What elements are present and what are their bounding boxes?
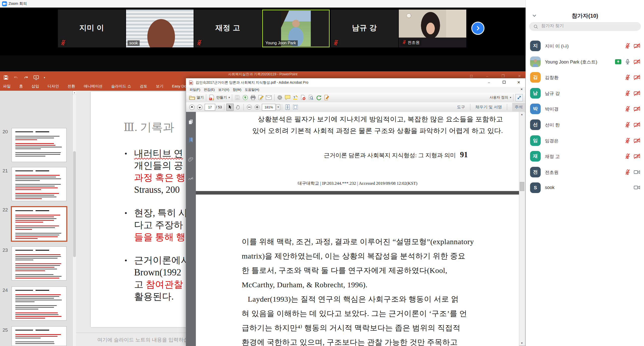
start-slideshow-icon[interactable] <box>34 75 39 80</box>
create-button-label[interactable]: 만들기 <box>216 95 227 100</box>
video-tile-남규-강[interactable]: 남규 강 <box>331 10 398 47</box>
participant-row[interactable]: Ssook <box>526 182 644 197</box>
slide-thumbnail-25[interactable] <box>12 326 67 346</box>
create-caret-icon[interactable]: ▼ <box>228 96 230 99</box>
participant-row[interactable]: 지지미 이 (나) <box>526 41 644 55</box>
attachments-paperclip-icon[interactable] <box>188 156 194 162</box>
video-tile-sook[interactable]: sook <box>126 10 194 47</box>
customize-button-label[interactable]: 사용자 정의 <box>489 95 508 100</box>
ribbon-tab-홈[interactable]: 홈 <box>19 84 23 89</box>
scroll-down-icon[interactable]: ▼ <box>519 341 525 346</box>
menu-창[interactable]: 창(W) <box>233 87 241 92</box>
ppt-ribbon-options-icon[interactable]: ⊡ <box>470 74 473 78</box>
zoom-out-icon[interactable] <box>246 104 253 111</box>
tools-button[interactable]: 도구 <box>457 105 465 110</box>
zoom-in-icon[interactable] <box>254 104 260 111</box>
search-document-icon[interactable] <box>308 94 315 101</box>
comment-bubble-icon[interactable] <box>284 94 291 101</box>
highlight-text-icon[interactable]: T <box>292 94 299 101</box>
slide-thumbnail-21[interactable] <box>12 167 67 201</box>
slide-thumbnail-22[interactable] <box>11 206 67 242</box>
ppt-minimize-icon[interactable]: – <box>486 74 488 78</box>
menu-파일[interactable]: 파일(F) <box>190 87 200 92</box>
scrolling-mode-icon[interactable] <box>284 104 291 111</box>
menu-보기[interactable]: 보기(V) <box>218 87 229 92</box>
select-tool-icon[interactable] <box>226 104 234 111</box>
customize-caret-icon[interactable]: ▼ <box>509 96 512 99</box>
fill-sign-button[interactable]: 채우기 및 서명 <box>475 105 502 110</box>
ppt-restore-icon[interactable]: ❐ <box>501 74 505 78</box>
next-participants-button[interactable] <box>471 22 484 35</box>
ppt-close-icon[interactable]: ✕ <box>518 74 521 78</box>
participant-row[interactable]: 김김창환 <box>526 72 644 86</box>
participant-row[interactable]: 임임경은 <box>526 135 644 149</box>
comment-panel-button[interactable]: 주석 <box>512 103 525 112</box>
ribbon-tab-디자인[interactable]: 디자인 <box>48 84 59 89</box>
email-icon[interactable] <box>265 94 272 101</box>
fit-page-icon[interactable] <box>292 104 299 111</box>
hand-tool-icon[interactable] <box>235 104 241 111</box>
video-tile-전초원[interactable]: 전초원 <box>399 10 466 47</box>
video-tile-young-joon-park[interactable]: Young Joon Park <box>262 10 330 47</box>
participant-row[interactable]: 남남규 강 <box>526 88 644 102</box>
redo-icon[interactable] <box>23 75 28 80</box>
open-button-label[interactable]: 열기 <box>197 95 204 100</box>
acrobat-maximize-button[interactable] <box>499 79 509 86</box>
participant-search-box[interactable] <box>529 22 641 31</box>
thumbnail-scroll-up-icon[interactable]: ▲ <box>73 91 76 95</box>
pdf-document-area[interactable]: 상황분석은 필자가 보기에 지나치게 방임적이고, 복잡한 많은 요소들을 포함… <box>196 112 519 346</box>
participant-row[interactable]: 박박미경 <box>526 104 644 118</box>
zoom-level-input[interactable] <box>262 104 275 111</box>
scroll-up-icon[interactable]: ▲ <box>519 112 525 117</box>
slide-thumbnail-20[interactable] <box>12 128 67 162</box>
ribbon-tab-삽입[interactable]: 삽입 <box>32 84 39 89</box>
ribbon-tab-애니메이션[interactable]: 애니메이션 <box>84 84 103 89</box>
ribbon-tab-전환[interactable]: 전환 <box>68 84 75 89</box>
thumbnail-scroll-thumb[interactable] <box>73 151 76 257</box>
compose-edit-icon[interactable] <box>258 94 264 101</box>
page-thumbnails-icon[interactable] <box>188 119 194 125</box>
page-number-input[interactable] <box>205 104 215 111</box>
participant-row[interactable]: 재재정 고 <box>526 151 644 165</box>
send-review-icon[interactable] <box>316 94 322 101</box>
search-input[interactable] <box>541 23 637 29</box>
slide-thumbnail-24[interactable] <box>12 287 67 321</box>
undo-icon[interactable] <box>13 75 18 80</box>
video-tile-지미-이[interactable]: 지미 이 <box>58 10 126 47</box>
save-icon[interactable] <box>4 75 8 80</box>
video-tile-재정-고[interactable]: 재정 고 <box>194 10 262 47</box>
thumbnail-scrollbar[interactable]: ▲ <box>72 91 76 346</box>
form-pencil-icon[interactable] <box>323 94 330 101</box>
slide-thumbnail-23[interactable] <box>12 246 67 280</box>
share-upload-icon[interactable] <box>242 94 249 101</box>
delete-pages-icon[interactable] <box>300 94 307 101</box>
next-page-icon[interactable] <box>196 104 203 111</box>
acrobat-close-button[interactable]: ✕ <box>514 79 524 86</box>
menubar-close-icon[interactable]: ✕ <box>520 88 523 91</box>
menu-도움말[interactable]: 도움말(H) <box>245 87 259 92</box>
settings-gear-icon[interactable] <box>277 94 283 101</box>
current-slide-canvas[interactable]: Ⅲ. 기록과 •내러티브 연개인들의 공과정 혹은 행Strauss, 200•… <box>91 91 187 327</box>
bookmarks-icon[interactable] <box>188 137 194 143</box>
ribbon-tab-파일[interactable]: 파일 <box>3 84 11 89</box>
open-file-icon[interactable] <box>189 94 195 101</box>
pdf-scroll-thumb[interactable] <box>520 182 524 191</box>
previous-page-icon[interactable] <box>189 104 195 111</box>
participant-row[interactable]: 전전초원 <box>526 167 644 181</box>
qat-more-icon[interactable]: ▾ <box>44 76 45 79</box>
participant-row[interactable]: Young Joon Park (호스트) <box>526 56 644 71</box>
ribbon-tab-슬라이드-쇼[interactable]: 슬라이드 쇼 <box>111 84 131 89</box>
fullscreen-expand-icon[interactable] <box>515 94 523 101</box>
signatures-icon[interactable] <box>188 175 194 181</box>
menu-편집[interactable]: 편집(E) <box>204 87 215 92</box>
zoom-caret-icon[interactable]: ▼ <box>276 104 280 110</box>
ribbon-tab-보기[interactable]: 보기 <box>156 84 163 89</box>
acrobat-minimize-button[interactable]: – <box>484 79 494 86</box>
print-icon[interactable] <box>250 94 257 101</box>
pdf-scrollbar[interactable]: ▲ ▼ <box>519 112 525 346</box>
create-pdf-icon[interactable] <box>208 94 215 101</box>
participant-row[interactable]: 선선미 한 <box>526 119 644 134</box>
svg-text:T: T <box>293 95 295 99</box>
save-file-icon[interactable] <box>234 94 241 101</box>
ribbon-tab-검토[interactable]: 검토 <box>140 84 147 89</box>
